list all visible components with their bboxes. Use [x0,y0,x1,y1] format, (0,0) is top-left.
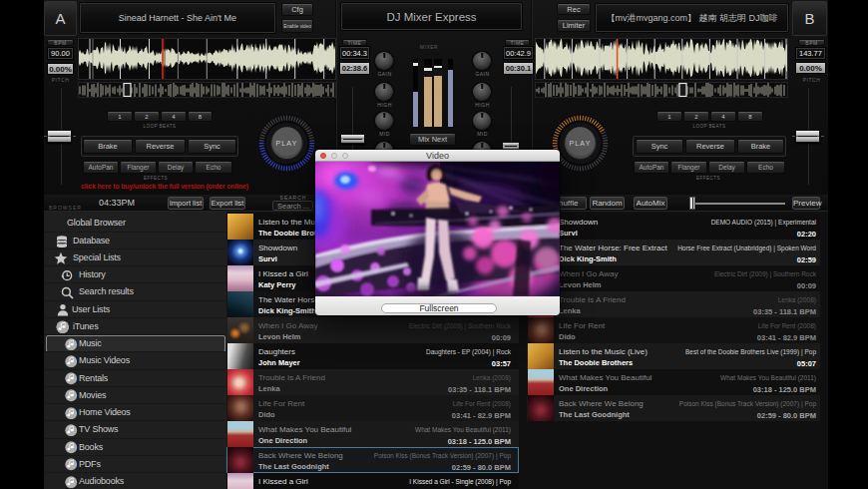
svg-text:PLAY: PLAY [569,140,591,147]
svg-text:PLAY: PLAY [275,140,297,147]
